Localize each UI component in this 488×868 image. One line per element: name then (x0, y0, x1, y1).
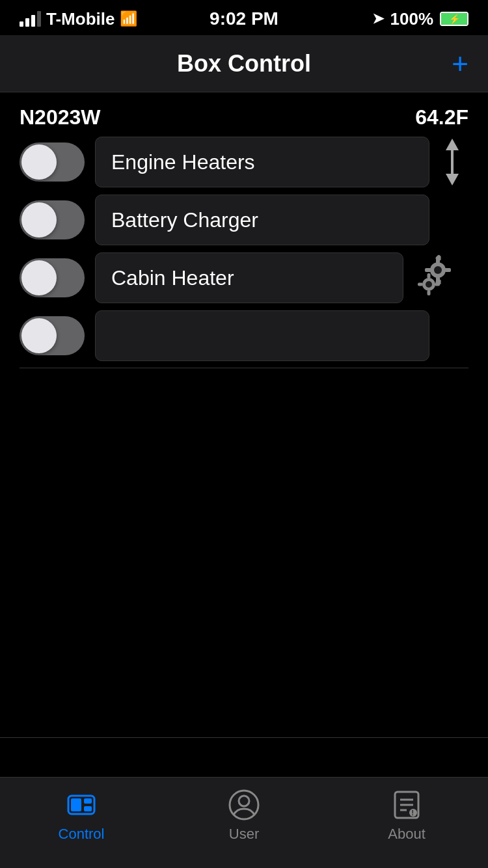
location-icon: ➤ (372, 10, 384, 27)
tab-user-label: User (229, 826, 259, 843)
controls-list: Engine Heaters Battery Charger (0, 136, 488, 368)
bottom-separator (0, 737, 488, 738)
nav-bar: Box Control + (0, 35, 488, 92)
battery-percent: 100% (390, 9, 434, 29)
add-button[interactable]: + (452, 49, 468, 78)
svg-rect-16 (427, 290, 431, 295)
tab-about[interactable]: ! About (325, 788, 488, 843)
svg-rect-17 (418, 283, 423, 286)
tab-about-label: About (388, 826, 426, 843)
svg-point-4 (434, 266, 442, 274)
toggle-knob (21, 260, 57, 295)
svg-point-14 (426, 281, 432, 288)
toggle-knob (21, 318, 57, 353)
box-id: N2023W (20, 105, 101, 129)
svg-marker-1 (446, 174, 459, 185)
svg-rect-20 (71, 798, 81, 811)
svg-rect-8 (444, 268, 451, 272)
control-row-battery-charger: Battery Charger (20, 195, 468, 245)
label-battery-charger: Battery Charger (111, 208, 258, 232)
status-right: ➤ 100% ⚡ (372, 9, 469, 29)
label-box-cabin-heater: Cabin Heater (95, 252, 403, 303)
box-header: N2023W 64.2F (0, 92, 488, 136)
tab-bar: Control User ! About (0, 777, 488, 868)
battery-icon: ⚡ (440, 12, 468, 26)
user-tab-icon (227, 788, 261, 822)
tab-control-label: Control (59, 826, 105, 843)
label-box-unnamed (95, 310, 429, 361)
svg-rect-15 (427, 273, 431, 278)
tab-user[interactable]: User (163, 788, 325, 843)
svg-rect-21 (84, 798, 92, 804)
svg-rect-18 (435, 283, 440, 286)
carrier-label: T-Mobile (46, 9, 115, 29)
status-left: T-Mobile 📶 (20, 9, 137, 29)
signal-icon (20, 11, 41, 27)
label-box-engine-heaters: Engine Heaters (95, 137, 429, 187)
svg-marker-0 (446, 139, 459, 150)
toggle-unnamed[interactable] (20, 316, 85, 355)
control-row-engine-heaters: Engine Heaters (20, 136, 468, 188)
battery-bolt: ⚡ (449, 14, 460, 24)
label-box-battery-charger: Battery Charger (95, 195, 429, 245)
toggle-knob (21, 202, 57, 237)
about-tab-icon: ! (390, 788, 424, 822)
tab-control[interactable]: Control (0, 788, 163, 843)
toggle-battery-charger[interactable] (20, 200, 85, 239)
toggle-engine-heaters[interactable] (20, 142, 85, 182)
control-row-unnamed (20, 310, 468, 361)
svg-text:!: ! (412, 809, 414, 817)
label-cabin-heater: Cabin Heater (111, 266, 234, 290)
control-tab-icon (64, 788, 98, 822)
box-temperature: 64.2F (415, 105, 468, 129)
toggle-cabin-heater[interactable] (20, 258, 85, 297)
reorder-icon[interactable] (436, 136, 468, 188)
label-engine-heaters: Engine Heaters (111, 150, 255, 174)
wifi-icon: 📶 (120, 10, 137, 27)
status-bar: T-Mobile 📶 9:02 PM ➤ 100% ⚡ (0, 0, 488, 35)
svg-rect-22 (84, 806, 92, 811)
svg-rect-7 (425, 268, 431, 272)
page-title: Box Control (177, 50, 311, 77)
control-row-cabin-heater: Cabin Heater (20, 252, 468, 304)
status-time: 9:02 PM (210, 8, 278, 29)
toggle-knob (21, 144, 57, 180)
settings-icon[interactable] (410, 252, 468, 304)
svg-rect-2 (451, 150, 454, 174)
list-separator (20, 368, 468, 368)
svg-point-24 (239, 796, 249, 806)
